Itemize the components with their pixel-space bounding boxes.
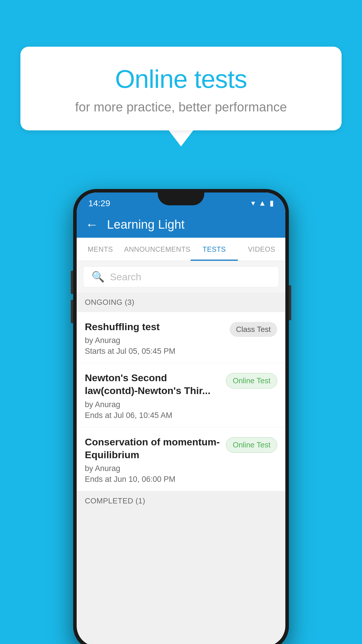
tests-list: Reshuffling test by Anurag Starts at Jul… [77,312,285,491]
tab-videos[interactable]: VIDEOS [238,238,285,261]
phone-screen: 14:29 ▾ ▲ ▮ ← Learning Light MENTS ANNOU… [77,192,285,644]
test-item-reshuffling[interactable]: Reshuffling test by Anurag Starts at Jul… [77,312,285,363]
completed-section-header: COMPLETED (1) [77,491,285,511]
test-item-conservation[interactable]: Conservation of momentum-Equilibrium by … [77,427,285,491]
search-bar[interactable]: 🔍 Search [83,266,279,287]
app-title: Learning Light [107,218,184,232]
phone-notch [158,192,204,205]
power-button[interactable] [289,285,291,320]
speech-bubble-arrow [169,130,193,146]
test-info-reshuffling: Reshuffling test by Anurag Starts at Jul… [85,320,225,356]
test-date-reshuffling: Starts at Jul 05, 05:45 PM [85,347,225,356]
speech-bubble-title: Online tests [44,64,318,94]
test-info-conservation: Conservation of momentum-Equilibrium by … [85,435,221,484]
status-icons: ▾ ▲ ▮ [251,199,274,208]
test-info-newtons: Newton's Second law(contd)-Newton's Thir… [85,371,221,420]
ongoing-section-header: ONGOING (3) [77,293,285,312]
search-placeholder: Search [110,271,141,283]
volume-up-button[interactable] [71,271,73,294]
tab-ments[interactable]: MENTS [77,238,124,261]
signal-icon: ▲ [259,199,266,208]
test-name-newtons: Newton's Second law(contd)-Newton's Thir… [85,371,221,397]
wifi-icon: ▾ [251,199,255,208]
volume-down-button[interactable] [71,300,73,323]
test-name-conservation: Conservation of momentum-Equilibrium [85,435,221,461]
speech-bubble-subtitle: for more practice, better performance [44,100,318,114]
phone-frame: 14:29 ▾ ▲ ▮ ← Learning Light MENTS ANNOU… [73,189,289,644]
speech-bubble-container: Online tests for more practice, better p… [20,47,342,146]
test-date-conservation: Ends at Jun 10, 06:00 PM [85,475,221,484]
test-badge-newtons: Online Test [226,373,277,388]
test-author-conservation: by Anurag [85,464,221,473]
test-item-newtons[interactable]: Newton's Second law(contd)-Newton's Thir… [77,363,285,427]
speech-bubble: Online tests for more practice, better p… [20,47,342,130]
test-date-newtons: Ends at Jul 06, 10:45 AM [85,411,221,420]
test-author-reshuffling: by Anurag [85,336,225,345]
test-badge-reshuffling: Class Test [230,322,277,337]
battery-icon: ▮ [270,199,274,208]
test-badge-conservation: Online Test [226,437,277,453]
test-author-newtons: by Anurag [85,400,221,409]
search-icon: 🔍 [92,271,105,283]
back-button[interactable]: ← [85,218,98,231]
tab-tests[interactable]: TESTS [191,238,238,261]
app-header: ← Learning Light [77,211,285,238]
status-time: 14:29 [88,198,110,208]
tabs-bar: MENTS ANNOUNCEMENTS TESTS VIDEOS [77,238,285,261]
search-container: 🔍 Search [77,261,285,293]
test-name-reshuffling: Reshuffling test [85,320,225,333]
tab-announcements[interactable]: ANNOUNCEMENTS [124,238,191,261]
